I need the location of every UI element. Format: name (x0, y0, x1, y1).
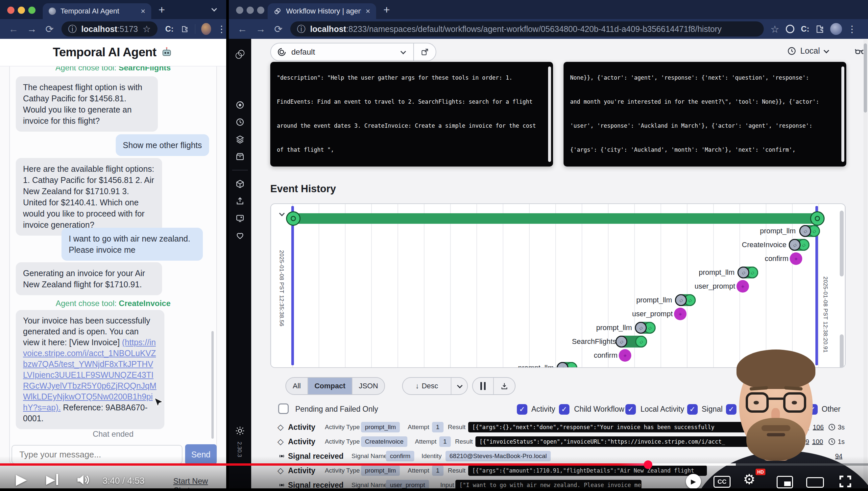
player-progress-bar[interactable] (0, 463, 868, 466)
namespace-select[interactable]: default (270, 43, 436, 61)
download-history-button[interactable] (494, 378, 515, 394)
sort-options-chevron[interactable] (452, 378, 467, 394)
site-info-icon[interactable]: ⓘ (297, 23, 305, 35)
tab-workflow-history[interactable]: Workflow History | agent-wor × (268, 3, 376, 19)
timeline-event-row[interactable]: CreateInvoice◇◇ (271, 238, 845, 252)
extension-c-icon[interactable]: C: (801, 24, 809, 34)
feedback-heart-icon[interactable] (235, 230, 245, 240)
settings-gear-icon[interactable]: ⚙ (743, 471, 755, 487)
close-window-button[interactable] (7, 7, 14, 14)
event-id-link[interactable]: 100 (812, 438, 823, 445)
timeline-event-row[interactable]: prompt_llm◇◇ (271, 320, 845, 335)
filter-other-checkbox[interactable]: ✓ (807, 404, 818, 415)
back-icon[interactable]: ← (8, 23, 19, 34)
new-tab-button[interactable]: + (383, 3, 390, 16)
captions-button[interactable]: CC (713, 476, 731, 488)
miniplayer-button[interactable] (777, 476, 793, 488)
site-info-icon[interactable]: ⓘ (68, 23, 76, 35)
batch-operations-icon[interactable] (235, 134, 245, 144)
view-json-button[interactable]: JSON (352, 378, 384, 394)
view-all-button[interactable]: All (286, 378, 308, 394)
code-scrollbar[interactable] (841, 66, 844, 162)
import-icon[interactable] (235, 196, 245, 206)
result-payload-panel[interactable]: None}}, {'actor': 'agent', 'response': {… (563, 62, 846, 167)
tab-close-icon[interactable]: × (141, 7, 145, 16)
close-window-button[interactable] (236, 7, 243, 14)
timeline-event-row[interactable]: prompt_llm◇◇ (271, 293, 845, 307)
forward-icon[interactable]: → (256, 23, 266, 34)
extension-c-icon[interactable]: C: (165, 24, 174, 34)
timeline-event-row[interactable]: confirm◈ (271, 252, 845, 266)
timeline-event-row[interactable]: SearchFlights◇◇ (271, 334, 845, 349)
forward-icon[interactable]: → (27, 23, 37, 34)
browser-menu-icon[interactable]: ⋮ (217, 24, 226, 34)
tab-close-icon[interactable]: × (366, 7, 370, 16)
theater-mode-button[interactable] (806, 477, 824, 488)
fullscreen-button[interactable] (838, 474, 853, 489)
schedules-icon[interactable] (235, 117, 245, 127)
filter-timer-checkbox[interactable]: ✓ (726, 404, 737, 415)
event-history-timeline[interactable]: 2025-01-08 PST 12:35:38.56 2025-01-08 PS… (270, 203, 846, 368)
namespace-external-link-icon[interactable] (421, 48, 429, 56)
new-tab-button[interactable]: + (158, 3, 165, 16)
extensions-puzzle-icon[interactable] (815, 24, 824, 34)
tab-search-chevron-icon[interactable] (211, 6, 217, 11)
view-compact-button[interactable]: Compact (308, 378, 352, 394)
zoom-window-button[interactable] (28, 7, 35, 14)
media-control-icon[interactable] (786, 25, 794, 33)
sort-desc-button[interactable]: ↓Desc (403, 378, 452, 394)
filter-local-activity-checkbox[interactable]: ✓ (625, 404, 636, 415)
theme-sun-icon[interactable] (235, 426, 245, 436)
play-button[interactable]: ▶ (16, 470, 27, 487)
filter-activity-checkbox[interactable]: ✓ (517, 404, 527, 415)
invoice-link[interactable]: (https://invoice.stripe.com/i/acct_1NBOL… (23, 338, 156, 412)
event-row-activity[interactable]: ◇ Activity Activity Type prompt_llm Atte… (270, 420, 846, 434)
chat-scrollbar[interactable] (211, 331, 214, 439)
event-id-link[interactable]: 106 (813, 424, 824, 431)
input-payload-panel[interactable]: "description": "Help the user gather arg… (270, 62, 553, 167)
extensions-puzzle-icon[interactable] (181, 24, 188, 34)
timeline-event-row[interactable]: user_prompt◈ (271, 307, 845, 321)
progress-playhead[interactable] (644, 460, 652, 469)
profile-avatar[interactable] (201, 23, 211, 35)
pause-updates-button[interactable] (473, 378, 494, 394)
timeline-event-row[interactable]: prompt_llm◇◇ (271, 224, 845, 238)
workflow-duration-bar[interactable] (292, 213, 817, 224)
bookmark-star-icon[interactable]: ☆ (143, 24, 151, 34)
event-id-link[interactable]: 05 (802, 424, 809, 431)
back-icon[interactable]: ← (237, 23, 247, 34)
timezone-select[interactable]: Local (787, 46, 828, 56)
next-button[interactable]: ▶ (46, 472, 58, 486)
volume-icon[interactable] (75, 473, 90, 486)
address-bar[interactable]: ⓘ localhost:8233/namespaces/default/work… (290, 21, 764, 36)
autoplay-toggle[interactable]: ▶ (686, 474, 701, 489)
reload-icon[interactable]: ⟳ (274, 23, 282, 35)
timeline-event-row[interactable]: prompt_llm◇◇ (271, 265, 845, 280)
tab-temporal-ai-agent[interactable]: Temporal AI Agent × (43, 3, 151, 19)
timeline-scrollbar-thumb[interactable] (840, 211, 844, 277)
address-bar[interactable]: ⓘ localhost:5173 ☆ (61, 21, 157, 36)
temporal-logo-icon[interactable] (234, 48, 246, 61)
bookmark-star-icon[interactable]: ☆ (770, 23, 779, 35)
timeline-event-row[interactable]: prompt_llm◇◇ (271, 361, 845, 368)
timeline-scrollbar-thumb[interactable] (840, 334, 844, 368)
labs-icon[interactable] (235, 213, 245, 223)
minimize-window-button[interactable] (247, 7, 254, 14)
browser-menu-icon[interactable]: ⋮ (847, 24, 857, 34)
zoom-window-button[interactable] (257, 7, 265, 14)
timeline-event-row[interactable]: user_prompt◈ (271, 279, 845, 293)
filter-child-workflow-checkbox[interactable]: ✓ (559, 404, 569, 415)
code-scrollbar[interactable] (548, 66, 551, 162)
timeline-collapse-chevron-icon[interactable] (279, 211, 285, 216)
filter-signal-checkbox[interactable]: ✓ (687, 404, 698, 415)
archive-icon[interactable] (235, 151, 245, 161)
page-scrollbar[interactable] (863, 39, 867, 491)
workflows-icon[interactable] (235, 100, 245, 110)
nexus-icon[interactable] (235, 179, 245, 189)
minimize-window-button[interactable] (18, 7, 25, 14)
event-id-link[interactable]: 9 (806, 438, 809, 445)
pending-failed-only-checkbox[interactable] (278, 403, 289, 414)
profile-avatar[interactable] (830, 23, 842, 35)
reload-icon[interactable]: ⟳ (45, 23, 54, 35)
event-row-activity[interactable]: ◇ Activity Activity Type CreateInvoice A… (270, 434, 846, 449)
